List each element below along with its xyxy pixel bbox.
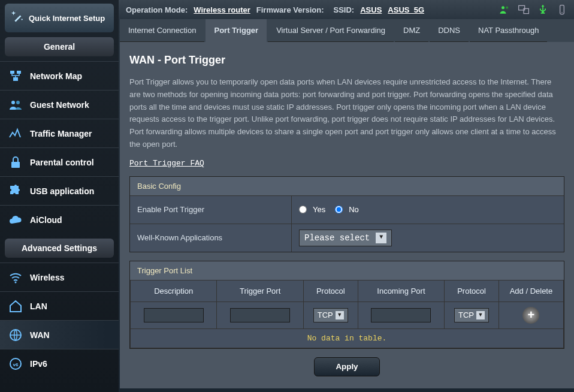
svg-rect-1 xyxy=(17,71,21,74)
trigger-port-input[interactable] xyxy=(230,308,290,322)
no-data-message: No data in table. xyxy=(131,328,564,348)
puzzle-icon xyxy=(8,184,23,198)
description-input[interactable] xyxy=(144,308,204,322)
add-row-button[interactable]: + xyxy=(522,307,539,324)
traffic-manager-icon xyxy=(8,126,23,141)
quick-internet-setup-button[interactable]: Quick Internet Setup xyxy=(5,4,114,32)
sidebar-item-wan[interactable]: WAN xyxy=(0,320,119,349)
chevron-down-icon: ▼ xyxy=(476,311,485,319)
lock-icon xyxy=(8,155,23,170)
sidebar-item-label: IPv6 xyxy=(30,359,47,369)
tab-dmz[interactable]: DMZ xyxy=(395,19,428,42)
incoming-port-input[interactable] xyxy=(371,308,431,322)
sidebar-item-network-map[interactable]: Network Map xyxy=(0,61,119,90)
sidebar-item-ipv6[interactable]: v6 IPv6 xyxy=(0,349,119,378)
sidebar-item-label: Wireless xyxy=(30,273,64,282)
qis-label: Quick Internet Setup xyxy=(29,14,105,23)
trigger-protocol-select[interactable]: TCP ▼ xyxy=(313,308,348,322)
col-incoming-port: Incoming Port xyxy=(358,280,444,301)
port-trigger-faq-link[interactable]: Port Trigger FAQ xyxy=(129,159,204,168)
svg-point-6 xyxy=(15,281,17,283)
select-placeholder: Please select xyxy=(304,233,370,243)
sidebar-item-usb-application[interactable]: USB application xyxy=(0,176,119,205)
sidebar-item-label: Traffic Manager xyxy=(30,129,92,138)
well-known-apps-label: Well-Known Applications xyxy=(130,224,292,252)
ssid-value-2[interactable]: ASUS_5G xyxy=(388,5,424,14)
svg-rect-5 xyxy=(11,162,20,168)
sidebar-item-aicloud[interactable]: AiCloud xyxy=(0,205,119,234)
network-map-icon xyxy=(8,69,23,83)
cloud-icon xyxy=(8,213,23,227)
enable-port-trigger-label: Enable Port Trigger xyxy=(130,196,292,224)
home-icon xyxy=(8,299,23,313)
sidebar-item-wireless[interactable]: Wireless xyxy=(0,263,119,291)
sidebar-item-label: Network Map xyxy=(30,71,82,81)
wireless-icon xyxy=(8,270,23,285)
col-trigger-port: Trigger Port xyxy=(217,280,303,301)
col-description: Description xyxy=(131,280,217,301)
tab-nat-passthrough[interactable]: NAT Passthrough xyxy=(470,19,547,42)
yes-label: Yes xyxy=(313,205,325,214)
usb-status-icon[interactable] xyxy=(537,4,549,16)
users-icon[interactable] xyxy=(499,4,510,16)
no-label: No xyxy=(349,205,359,214)
sidebar-item-label: USB application xyxy=(30,186,94,196)
globe-ipv6-icon: v6 xyxy=(8,357,23,371)
operation-mode-label: Operation Mode: xyxy=(126,5,188,14)
svg-text:v6: v6 xyxy=(13,362,19,367)
svg-point-10 xyxy=(502,6,504,9)
trigger-port-list-title: Trigger Port List xyxy=(130,261,564,280)
svg-rect-0 xyxy=(10,71,14,74)
select-value: TCP xyxy=(318,310,333,319)
well-known-apps-select[interactable]: Please select ▼ xyxy=(299,230,392,246)
col-protocol-1: Protocol xyxy=(303,280,358,301)
operation-mode-value[interactable]: Wireless router xyxy=(194,5,250,14)
page-title: WAN - Port Trigger xyxy=(129,54,564,67)
svg-point-3 xyxy=(11,101,15,104)
svg-point-4 xyxy=(16,101,20,104)
sidebar-item-label: Parental control xyxy=(30,158,94,167)
sidebar-item-label: Guest Network xyxy=(30,100,89,110)
sidebar-item-traffic-manager[interactable]: Traffic Manager xyxy=(0,119,119,147)
enable-port-trigger-no-radio[interactable] xyxy=(335,206,343,213)
smartphone-icon[interactable] xyxy=(556,4,568,16)
tab-port-trigger[interactable]: Port Trigger xyxy=(206,19,267,42)
tab-port-forwarding[interactable]: Virtual Server / Port Forwarding xyxy=(268,19,394,42)
general-section-title: General xyxy=(5,37,114,56)
col-add-delete: Add / Delete xyxy=(499,280,563,301)
globe-icon xyxy=(8,328,23,342)
tab-internet-connection[interactable]: Internet Connection xyxy=(120,19,204,42)
col-protocol-2: Protocol xyxy=(445,280,499,301)
enable-port-trigger-yes-radio[interactable] xyxy=(299,206,307,213)
chevron-down-icon: ▼ xyxy=(336,311,344,319)
svg-rect-2 xyxy=(13,77,18,81)
devices-icon[interactable] xyxy=(518,4,530,16)
apply-button[interactable]: Apply xyxy=(314,357,380,376)
sidebar-item-label: AiCloud xyxy=(30,215,62,225)
firmware-label: Firmware Version: xyxy=(256,5,324,14)
select-value: TCP xyxy=(458,310,474,319)
magic-wand-icon xyxy=(11,11,24,25)
sidebar-item-parental-control[interactable]: Parental control xyxy=(0,147,119,176)
advanced-section-title: Advanced Settings xyxy=(5,239,114,258)
basic-config-title: Basic Config xyxy=(130,177,564,195)
incoming-protocol-select[interactable]: TCP ▼ xyxy=(454,308,489,322)
ssid-label: SSID: xyxy=(334,5,355,14)
sidebar-item-label: LAN xyxy=(30,301,47,311)
svg-point-15 xyxy=(561,12,563,13)
page-description: Port Trigger allows you to temporarily o… xyxy=(129,76,564,151)
chevron-down-icon: ▼ xyxy=(376,233,386,243)
sidebar-item-lan[interactable]: LAN xyxy=(0,291,119,320)
ssid-value-1[interactable]: ASUS xyxy=(360,5,382,14)
guest-network-icon xyxy=(8,98,23,112)
sidebar-item-guest-network[interactable]: Guest Network xyxy=(0,90,119,119)
sidebar-item-label: WAN xyxy=(30,330,50,340)
svg-point-11 xyxy=(506,7,508,9)
tab-ddns[interactable]: DDNS xyxy=(430,19,469,42)
